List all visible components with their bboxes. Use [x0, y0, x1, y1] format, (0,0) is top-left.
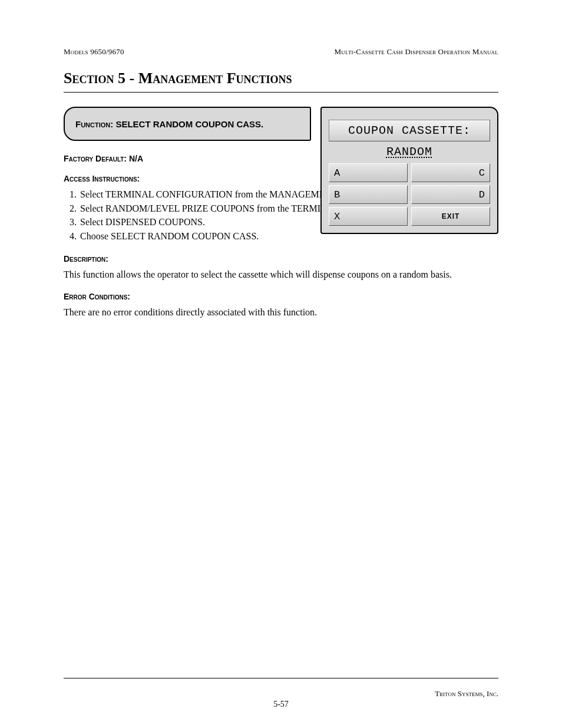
- description-text: This function allows the operator to sel…: [64, 268, 498, 281]
- screen-button-exit[interactable]: EXIT: [411, 207, 490, 226]
- screen-title: COUPON CASSETTE:: [329, 120, 490, 141]
- footer-company: Triton Systems, Inc.: [435, 689, 498, 699]
- screen-button-x[interactable]: X: [329, 207, 408, 226]
- screen-subtitle: RANDOM: [329, 145, 490, 159]
- section-title: Section 5 - Management Functions: [64, 70, 498, 87]
- description-label: Description:: [64, 254, 498, 263]
- screen-button-c[interactable]: C: [411, 163, 490, 182]
- screen-button-d[interactable]: D: [411, 185, 490, 204]
- factory-default-value: N/A: [129, 154, 143, 163]
- section-rule: [64, 92, 498, 93]
- function-label-prefix: Function:: [75, 119, 115, 129]
- header-right: Multi-Cassette Cash Dispenser Operation …: [335, 47, 498, 57]
- factory-default-label: Factory Default:: [64, 154, 129, 163]
- main-content: Function: SELECT RANDOM COUPON CASS. Fac…: [64, 107, 498, 243]
- error-conditions-text: There are no error conditions directly a…: [64, 306, 498, 319]
- function-tab: Function: SELECT RANDOM COUPON CASS.: [64, 107, 311, 141]
- function-name: SELECT RANDOM COUPON CASS.: [115, 119, 263, 129]
- footer-rule: [64, 678, 498, 678]
- error-conditions-label: Error Conditions:: [64, 292, 498, 301]
- screen-button-a[interactable]: A: [329, 163, 408, 182]
- terminal-screen-panel: COUPON CASSETTE: RANDOM A C B D X EXIT: [320, 107, 498, 234]
- page-number: 5-57: [64, 700, 498, 709]
- page-header: Models 9650/9670 Multi-Cassette Cash Dis…: [64, 47, 498, 57]
- page-footer: Triton Systems, Inc. 5-57: [64, 678, 498, 699]
- header-left: Models 9650/9670: [64, 47, 124, 57]
- screen-button-b[interactable]: B: [329, 185, 408, 204]
